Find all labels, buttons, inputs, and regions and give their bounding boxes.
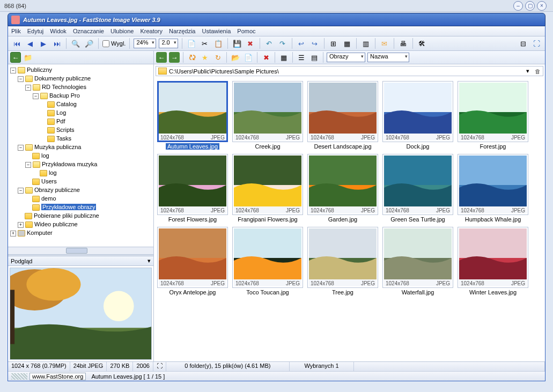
thumbnail[interactable]: 1024x768JPEGForest.jpg — [458, 81, 528, 150]
tree-pdf[interactable]: Pdf — [56, 118, 65, 124]
open-folder-icon[interactable]: 📂 — [230, 52, 241, 63]
nav-back-icon[interactable]: ← — [156, 52, 167, 63]
trash-icon[interactable]: 🗑 — [535, 68, 541, 75]
view-thumbs-icon[interactable]: ▦ — [278, 52, 289, 63]
wygl-checkbox[interactable]: Wygl. — [102, 40, 126, 47]
tree-catalog[interactable]: Catalog — [56, 101, 77, 107]
doc-icon[interactable]: 📄 — [243, 52, 254, 63]
rotate-left-icon[interactable]: ↶ — [264, 38, 275, 49]
thumbnail[interactable]: 1024x768JPEGCreek.jpg — [232, 81, 303, 150]
tree-back-icon[interactable]: ← — [10, 52, 21, 63]
tree-demo[interactable]: demo — [41, 195, 56, 202]
menu-oznaczanie[interactable]: Oznaczanie — [73, 28, 104, 34]
rotate-right-icon[interactable]: ↷ — [277, 38, 288, 49]
undo-icon[interactable]: ↩ — [296, 38, 307, 49]
first-icon[interactable]: ⏮ — [11, 38, 22, 49]
tree-dokumenty[interactable]: Dokumenty publiczne — [34, 75, 91, 82]
tree-komputer[interactable]: Komputer — [27, 230, 53, 236]
settings-icon[interactable]: 🛠 — [417, 38, 427, 49]
preview-dropdown-icon[interactable]: ▾ — [148, 257, 151, 264]
tree-muzyka-log[interactable]: log — [41, 152, 49, 159]
tree-obrazy[interactable]: Obrazy publiczne — [34, 187, 80, 193]
zoom-out-icon[interactable]: 🔎 — [84, 38, 94, 49]
save-icon[interactable]: 💾 — [232, 38, 242, 49]
minimize-button[interactable]: – — [513, 1, 523, 11]
history-icon[interactable]: ↻ — [212, 52, 223, 63]
redo-icon[interactable]: ↪ — [309, 38, 320, 49]
sort-combo[interactable]: Nazwa — [367, 53, 409, 62]
thumbnail[interactable]: 1024x768JPEGDesert Landscape.jpg — [307, 81, 378, 150]
preview-image[interactable] — [10, 268, 152, 360]
menu-ustawienia[interactable]: Ustawienia — [202, 28, 231, 34]
grid-icon[interactable]: ⊞ — [328, 38, 339, 49]
thumbnail[interactable]: 1024x768JPEGWinter Leaves.jpg — [458, 227, 528, 295]
fullscreen-icon[interactable]: ⛶ — [531, 38, 542, 49]
tree-muzyka-log2[interactable]: log — [49, 169, 57, 176]
grid2-icon[interactable]: ▦ — [342, 38, 352, 49]
tree-przykladowa-muzyka[interactable]: Przykładowa muzyka — [42, 161, 97, 167]
thumbnail[interactable]: 1024x768JPEGGreen Sea Turtle.jpg — [382, 154, 453, 223]
view-details-icon[interactable]: ▤ — [309, 52, 320, 63]
menu-kreatory[interactable]: Kreatory — [140, 28, 163, 34]
refresh-icon[interactable]: 🗘 — [187, 52, 197, 63]
thumbnail[interactable]: 1024x768JPEGGarden.jpg — [307, 154, 378, 223]
tree-wideo[interactable]: Wideo publiczne — [34, 221, 78, 227]
tree-users[interactable]: Users — [41, 178, 57, 184]
scale-combo[interactable]: 2.0 — [159, 39, 178, 48]
menu-ulubione[interactable]: Ulubione — [110, 28, 134, 34]
filter-combo[interactable]: Obrazy — [327, 53, 365, 62]
next-icon[interactable]: ▶ — [38, 38, 49, 49]
status-expand-icon[interactable]: ⛶ — [153, 362, 166, 371]
zoom-combo[interactable]: 24% — [134, 39, 156, 48]
print-icon[interactable]: 🖶 — [398, 38, 409, 49]
tree-log[interactable]: Log — [56, 109, 66, 116]
path-dropdown-icon[interactable]: ▾ — [526, 68, 529, 75]
thumb-fmt: JPEG — [436, 135, 450, 140]
close-button[interactable]: × — [537, 1, 547, 11]
menu-pomoc[interactable]: Pomoc — [237, 28, 255, 34]
thumbnail[interactable]: 1024x768JPEGWaterfall.jpg — [382, 227, 453, 295]
thumbnail[interactable]: 1024x768JPEGOryx Antelope.jpg — [157, 227, 228, 295]
thumbnail[interactable]: 1024x768JPEGHumpback Whale.jpg — [458, 154, 528, 223]
right-toolbar: ← → 🗘 ★ ↻ 📂 📄 ✖ ▦ ☰ ▤ Obrazy Nazwa — [154, 51, 545, 64]
thumbnail[interactable]: 1024x768JPEGToco Toucan.jpg — [232, 227, 303, 295]
folder-tree[interactable]: −Publiczny −Dokumenty publiczne −RD Tech… — [8, 64, 153, 247]
menu-plik[interactable]: Plik — [11, 28, 21, 34]
maximize-button[interactable]: ▢ — [525, 1, 535, 11]
menu-narzedzia[interactable]: Narzędzia — [169, 28, 196, 34]
favorite-icon[interactable]: ★ — [200, 52, 210, 63]
cut-icon[interactable]: ✂ — [200, 38, 210, 49]
menu-widok[interactable]: Widok — [50, 28, 67, 34]
paste-icon[interactable]: 📋 — [213, 38, 224, 49]
delete-icon[interactable]: ✖ — [245, 38, 256, 49]
delete2-icon[interactable]: ✖ — [261, 52, 271, 63]
tree-przykladowe-obrazy[interactable]: Przykładowe obrazy — [41, 204, 96, 210]
last-icon[interactable]: ⏭ — [51, 38, 62, 49]
panels-icon[interactable]: ⊟ — [518, 38, 528, 49]
thumbnail[interactable]: 1024x768JPEGFrangipani Flowers.jpg — [232, 154, 303, 223]
svg-rect-22 — [384, 156, 452, 185]
tree-pobierane[interactable]: Pobierane pliki publiczne — [34, 212, 99, 219]
tree-rd[interactable]: RD Technologies — [42, 84, 86, 90]
tree-up-icon[interactable]: 📁 — [23, 52, 33, 63]
tree-tasks[interactable]: Tasks — [56, 135, 71, 142]
view-list-icon[interactable]: ☰ — [296, 52, 307, 63]
nav-fwd-icon[interactable]: → — [169, 52, 180, 63]
tree-scripts[interactable]: Scripts — [56, 127, 75, 133]
tree-backup[interactable]: Backup Pro — [49, 92, 80, 99]
zoom-in-icon[interactable]: 🔍 — [70, 38, 81, 49]
tree-root[interactable]: Publiczny — [27, 66, 52, 73]
path-text[interactable]: C:\Users\Public\Pictures\Sample Pictures… — [169, 68, 524, 75]
slideshow-icon[interactable]: ▥ — [360, 38, 371, 49]
thumbnail[interactable]: 1024x768JPEGForest Flowers.jpg — [157, 154, 228, 223]
copy-icon[interactable]: 📄 — [186, 38, 197, 49]
menu-edytuj[interactable]: Edytuj — [27, 28, 44, 34]
footer-url[interactable]: www.FastStone.org — [30, 373, 86, 380]
thumbnail[interactable]: 1024x768JPEGDock.jpg — [382, 81, 453, 150]
tree-hscrollbar[interactable] — [8, 247, 153, 254]
prev-icon[interactable]: ◀ — [25, 38, 35, 49]
tree-muzyka[interactable]: Muzyka publiczna — [34, 144, 81, 150]
thumbnail[interactable]: 1024x768JPEGAutumn Leaves.jpg — [157, 81, 228, 150]
thumbnail[interactable]: 1024x768JPEGTree.jpg — [307, 227, 378, 295]
mail-icon[interactable]: ✉ — [379, 38, 390, 49]
